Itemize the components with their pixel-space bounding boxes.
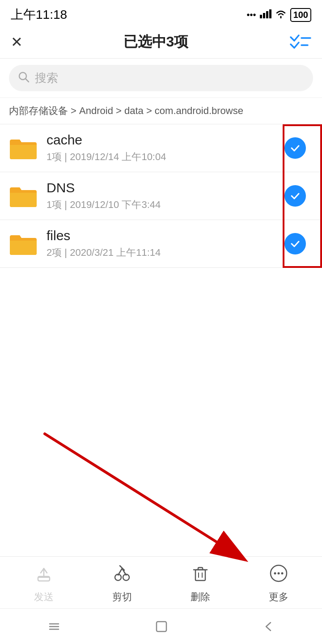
- svg-rect-18: [195, 570, 205, 580]
- file-list: cache 1项 | 2019/12/14 上午10:04 DNS 1项 | 2…: [0, 124, 322, 268]
- file-item-cache[interactable]: cache 1项 | 2019/12/14 上午10:04: [0, 124, 322, 172]
- svg-point-24: [277, 572, 280, 575]
- signal-icon: •••: [247, 10, 256, 20]
- more-icon: [269, 564, 288, 587]
- status-bar: 上午11:18 ••• 100: [0, 0, 322, 28]
- trash-icon: [191, 564, 210, 587]
- file-item-dns[interactable]: DNS 1项 | 2019/12/10 下午3:44: [0, 172, 322, 220]
- nav-menu-button[interactable]: [47, 619, 61, 634]
- delete-label: 删除: [191, 590, 210, 604]
- scissors-icon: [113, 564, 131, 587]
- breadcrumb: 内部存储设备 > Android > data > com.android.br…: [0, 98, 322, 124]
- file-meta-cache: 1项 | 2019/12/14 上午10:04: [47, 150, 277, 164]
- file-info-cache: cache 1项 | 2019/12/14 上午10:04: [47, 132, 277, 164]
- checkbox-dns[interactable]: [277, 185, 313, 207]
- bottom-toolbar: 发送 剪切 删除: [0, 556, 322, 608]
- svg-line-17: [120, 566, 124, 570]
- search-bar: 搜索: [0, 59, 322, 98]
- checkbox-cache[interactable]: [277, 137, 313, 159]
- svg-rect-29: [157, 622, 166, 631]
- search-icon: [18, 71, 30, 85]
- file-info-files: files 2项 | 2020/3/21 上午11:14: [47, 228, 277, 259]
- svg-line-7: [25, 79, 29, 82]
- cut-label: 剪切: [112, 590, 132, 604]
- toolbar-cut[interactable]: 剪切: [83, 564, 161, 604]
- selection-title: 已选中3项: [123, 32, 189, 52]
- close-button[interactable]: ✕: [11, 34, 23, 51]
- search-input-wrapper[interactable]: 搜索: [9, 65, 313, 91]
- file-name-dns: DNS: [47, 180, 277, 195]
- folder-icon-files: [9, 232, 38, 256]
- search-placeholder: 搜索: [35, 70, 58, 86]
- toolbar-more[interactable]: 更多: [239, 564, 318, 604]
- select-all-button[interactable]: [289, 34, 311, 51]
- nav-back-button[interactable]: [262, 620, 275, 633]
- folder-icon-dns: [9, 184, 38, 208]
- svg-line-15: [118, 568, 122, 575]
- svg-rect-3: [269, 9, 271, 18]
- bars-icon: [260, 9, 271, 21]
- file-info-dns: DNS 1项 | 2019/12/10 下午3:44: [47, 180, 277, 212]
- checkbox-files[interactable]: [277, 233, 313, 254]
- file-name-files: files: [47, 228, 277, 243]
- nav-home-button[interactable]: [155, 620, 168, 633]
- more-label: 更多: [269, 590, 288, 604]
- battery-icon: 100: [290, 8, 311, 22]
- folder-icon-cache: [9, 136, 38, 160]
- check-icon-dns: [284, 185, 306, 207]
- toolbar-send[interactable]: 发送: [4, 564, 83, 604]
- status-icons: ••• 100: [247, 8, 311, 22]
- bottom-nav: [0, 608, 322, 644]
- status-time: 上午11:18: [11, 6, 67, 23]
- svg-line-9: [45, 434, 244, 559]
- check-icon-files: [284, 233, 306, 254]
- svg-point-25: [281, 572, 283, 575]
- svg-point-23: [274, 572, 276, 575]
- toolbar-delete[interactable]: 删除: [161, 564, 239, 604]
- send-icon: [34, 564, 53, 587]
- check-icon-cache: [284, 137, 306, 159]
- svg-rect-2: [266, 11, 268, 18]
- top-nav: ✕ 已选中3项: [0, 28, 322, 59]
- svg-rect-0: [260, 15, 262, 18]
- file-name-cache: cache: [47, 132, 277, 148]
- file-item-files[interactable]: files 2项 | 2020/3/21 上午11:14: [0, 220, 322, 268]
- svg-rect-1: [263, 13, 265, 18]
- send-label: 发送: [34, 590, 54, 604]
- file-meta-dns: 1项 | 2019/12/10 下午3:44: [47, 198, 277, 212]
- wifi-icon: [275, 9, 287, 21]
- file-meta-files: 2项 | 2020/3/21 上午11:14: [47, 246, 277, 259]
